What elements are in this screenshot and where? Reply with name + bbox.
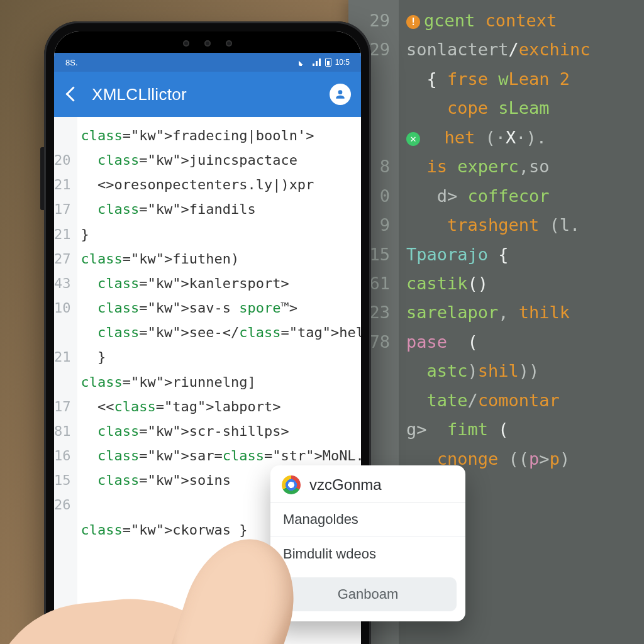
warning-icon: ! [406,15,420,29]
phone-gutter-line: 16 [54,443,71,468]
phone-notch-bar [54,31,361,53]
battery-icon [325,58,331,67]
bg-code-line: { frse wLean 2 [406,65,639,94]
bg-code-line: cope sLeam [406,94,639,123]
phone-gutter-line: 17 [54,394,71,419]
phone-gutter-line: 21 [54,172,71,197]
phone-gutter-line [54,542,71,567]
phone-editor-gutter: 20211721274310 21 1781161526 [54,117,77,644]
chrome-icon [282,475,301,494]
phone-gutter-line: 27 [54,247,71,271]
bg-code-line: d> coffecor [406,182,639,211]
context-popup-card: vzcGonma Managoldes Bimdulit wdeos Ganbo… [270,465,465,621]
bg-code-line: tate/comontar [406,386,639,415]
phone-gutter-line: 15 [54,468,71,492]
wifi-icon [299,58,309,66]
bg-code-line: Tpaorajo { [406,240,639,269]
phone-gutter-line: 20 [54,148,71,172]
status-right-cluster: 10:5 [299,58,350,67]
popup-item-1[interactable]: Bimdulit wdeos [270,536,465,571]
front-camera2-icon [226,40,232,47]
phone-code-line: class="kw">see-</class="tag">hel<> [81,320,362,345]
bg-code-line: sarelapor, thilk [406,298,639,327]
bg-code-line: pase ( [406,328,639,357]
person-icon [334,88,347,101]
phone-gutter-line: 17 [54,197,71,221]
bg-code-line: castik() [406,269,639,298]
phone-gutter-line: 21 [54,345,71,369]
android-status-bar: 8S. 10:5 [54,53,361,72]
phone-code-line: <<class="tag">labport> [81,394,362,419]
popup-item-0[interactable]: Managoldes [270,502,465,536]
phone-code-line: class="kw">fiuthen) [81,247,362,271]
phone-gutter-line: 26 [54,492,71,517]
error-icon: ✕ [406,132,420,146]
phone-gutter-line: 81 [54,419,71,443]
bg-code-line: ✕ het (·X·). [406,123,639,152]
phone-code-line: class="kw">fradecing|booln'> [81,123,362,148]
cell-signal-icon [313,58,321,66]
phone-code-line: class="kw">kanlersport> [81,271,362,296]
bg-code-line: is experc,so [406,152,639,181]
phone-code-line: class="kw">scr-shillps> [81,419,362,443]
popup-title: vzcGonma [309,476,382,494]
phone-gutter-line [54,320,71,345]
bg-code-line: !gcent context [406,6,639,35]
status-clock: 10:5 [335,58,350,67]
phone-code-line: class="kw">sar=class="str">MoNL. [81,443,362,468]
phone-notch [154,34,261,53]
phone-code-line: } [81,345,362,369]
account-avatar-button[interactable] [330,84,351,105]
front-sensor-icon [204,40,211,47]
phone-gutter-line [54,518,71,542]
phone-code-line: } [81,222,362,247]
back-arrow-icon[interactable] [64,86,80,103]
front-camera-icon [183,40,189,47]
phone-code-line: class="kw">fiandils [81,197,362,221]
bg-code-line: g> fimt ( [406,415,639,444]
phone-gutter-line: 21 [54,222,71,247]
popup-primary-action[interactable]: Ganboam [279,577,457,611]
phone-gutter-line: 10 [54,296,71,320]
app-bar: XMLCLllictor [54,72,361,117]
phone-code-line: class="kw">sav-s spore™> [81,296,362,320]
popup-header: vzcGonma [270,465,465,502]
bg-code-line: trashgent (l. [406,211,639,240]
phone-code-line: <>oresonpectenters.ly|)xpr [81,172,362,197]
phone-gutter-line [54,123,71,148]
app-title: XMLCLllictor [92,85,318,104]
phone-gutter-line [54,370,71,394]
status-left-text: 8S. [65,58,78,67]
phone-gutter-line: 43 [54,271,71,296]
bg-code-line: astc)shil)) [406,357,639,386]
phone-code-line: class="kw">riunnelng] [81,370,362,394]
bg-code-line: sonlactert/exchinc [406,35,639,64]
phone-code-line: class="kw">juincspactace [81,148,362,172]
